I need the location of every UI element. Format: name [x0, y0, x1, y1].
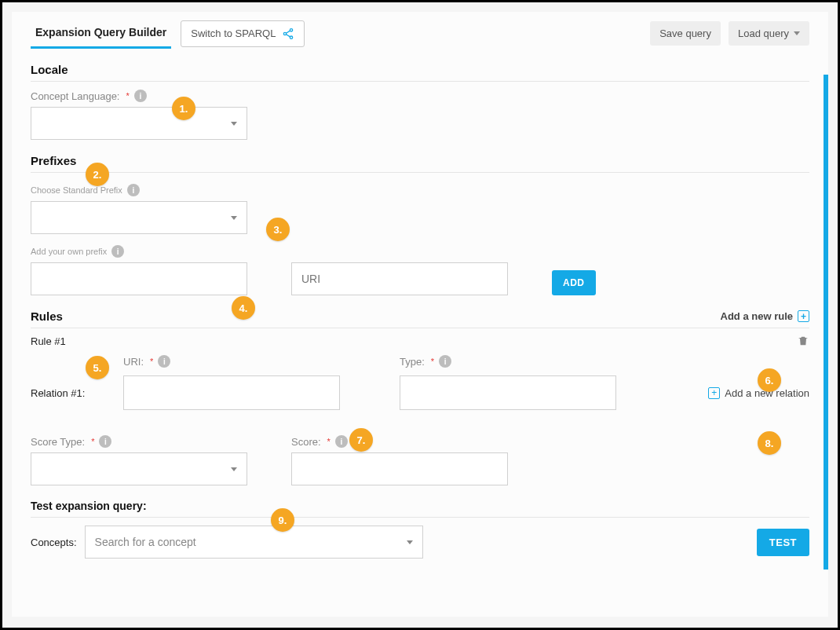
chevron-down-icon [231, 467, 237, 471]
relation-label: Relation #1: [31, 387, 109, 399]
add-own-prefix-text: Add your own prefix [31, 247, 107, 256]
required-marker: * [91, 437, 94, 446]
svg-line-4 [287, 34, 290, 36]
prefixes-heading: Prefixes [31, 146, 809, 173]
score-row: Score Type: * i Score: * i [31, 427, 809, 485]
relation-type-input[interactable] [400, 375, 616, 410]
section-prefixes: Prefixes Choose Standard Prefix i Add yo… [12, 140, 828, 295]
chevron-down-icon [231, 216, 237, 220]
section-rules: Rules Add a new rule + Rule #1 URI: * i [12, 295, 828, 559]
type-label-text: Type: [400, 356, 425, 368]
concepts-placeholder: Search for a concept [95, 536, 196, 548]
add-rule-label: Add a new rule [721, 310, 793, 322]
info-icon[interactable]: i [335, 435, 348, 448]
score-type-text: Score Type: [31, 436, 85, 448]
uri-label-text: URI: [123, 356, 144, 368]
svg-line-3 [287, 31, 290, 33]
add-rule-button[interactable]: Add a new rule + [721, 310, 809, 322]
concept-language-text: Concept Language: [31, 90, 119, 102]
section-locale: Locale Concept Language: * i [12, 49, 828, 140]
svg-point-0 [290, 28, 293, 31]
relation-row: Relation #1: + Add a new relation [31, 375, 809, 410]
score-input[interactable] [291, 452, 508, 485]
svg-point-2 [290, 36, 293, 38]
add-prefix-button[interactable]: ADD [552, 270, 596, 295]
required-marker: * [327, 437, 331, 446]
rule-title: Rule #1 [31, 335, 66, 347]
standard-prefix-select[interactable] [31, 201, 247, 234]
locale-heading: Locale [31, 55, 809, 82]
chevron-down-icon [231, 122, 237, 126]
prefix-uri-input[interactable] [291, 262, 508, 295]
info-icon[interactable]: i [439, 355, 451, 368]
plus-icon: + [798, 310, 809, 322]
type-label: Type: * i [400, 355, 616, 368]
delete-rule-button[interactable] [797, 335, 809, 347]
own-prefix-row: ADD [31, 262, 809, 295]
load-query-button[interactable]: Load query [729, 21, 809, 46]
chevron-down-icon [794, 31, 800, 35]
concepts-search-input[interactable]: Search for a concept [85, 526, 423, 559]
info-icon[interactable]: i [127, 184, 140, 196]
topbar: Expansion Query Builder Switch to SPARQL… [12, 12, 828, 49]
switch-to-sparql-label: Switch to SPARQL [191, 27, 276, 39]
score-type-label: Score Type: * i [31, 435, 247, 448]
prefix-name-input[interactable] [31, 262, 247, 295]
share-icon [282, 27, 294, 40]
score-type-select[interactable] [31, 452, 247, 485]
tab-row: Expansion Query Builder Switch to SPARQL [31, 18, 305, 49]
rules-heading-row: Rules Add a new rule + [31, 302, 809, 328]
load-query-label: Load query [738, 27, 789, 39]
choose-standard-prefix-text: Choose Standard Prefix [31, 185, 122, 195]
rule-header: Rule #1 [31, 328, 809, 347]
concepts-row: Concepts: Search for a concept TEST [31, 526, 809, 559]
add-own-prefix-label: Add your own prefix i [31, 245, 124, 258]
rules-heading: Rules [31, 310, 63, 323]
concepts-label: Concepts: [31, 537, 77, 548]
save-query-button[interactable]: Save query [650, 21, 721, 46]
info-icon[interactable]: i [99, 435, 111, 448]
concept-language-select[interactable] [31, 107, 247, 140]
info-icon[interactable]: i [158, 355, 170, 368]
top-right-buttons: Save query Load query [650, 21, 809, 46]
test-heading: Test expansion query: [31, 500, 809, 518]
uri-label: URI: * i [123, 355, 340, 368]
chevron-down-icon [407, 540, 413, 544]
right-accent-bar [824, 75, 828, 570]
add-relation-button[interactable]: + Add a new relation [708, 387, 809, 399]
score-label: Score: * i [291, 435, 508, 448]
required-marker: * [150, 357, 153, 366]
concept-language-label: Concept Language: * i [31, 90, 147, 102]
relation-uri-input[interactable] [123, 375, 340, 410]
required-marker: * [126, 91, 129, 101]
tab-expansion-query-builder[interactable]: Expansion Query Builder [31, 18, 171, 49]
required-marker: * [431, 357, 434, 366]
add-relation-label: Add a new relation [725, 387, 809, 399]
relation-labels-row: URI: * i Type: * i [31, 347, 809, 371]
choose-standard-prefix-label: Choose Standard Prefix i [31, 184, 140, 196]
score-text: Score: [291, 436, 321, 448]
switch-to-sparql-button[interactable]: Switch to SPARQL [181, 20, 305, 47]
svg-point-1 [284, 32, 287, 35]
info-icon[interactable]: i [134, 90, 147, 102]
test-button[interactable]: TEST [757, 529, 809, 556]
info-icon[interactable]: i [111, 245, 124, 258]
plus-icon: + [708, 387, 720, 399]
